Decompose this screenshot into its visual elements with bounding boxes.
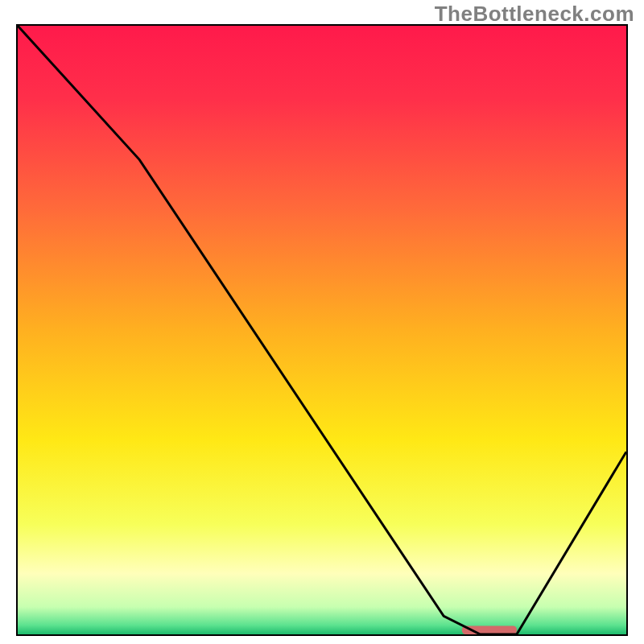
- gradient-fill: [18, 26, 626, 634]
- chart-stage: TheBottleneck.com: [0, 0, 644, 644]
- watermark-text: TheBottleneck.com: [435, 2, 634, 27]
- plot-svg: [18, 26, 626, 634]
- plot-frame: [16, 24, 628, 636]
